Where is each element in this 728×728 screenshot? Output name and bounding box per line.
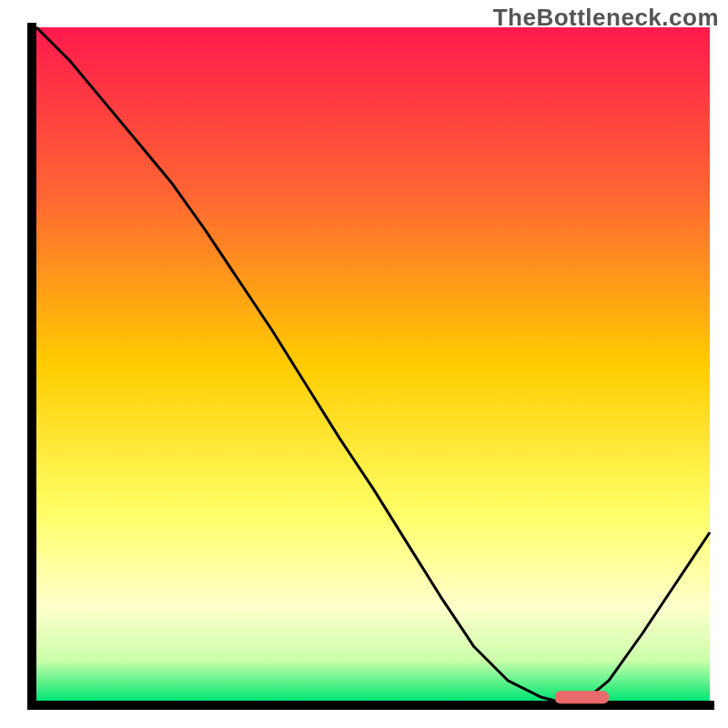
y-axis — [27, 23, 36, 710]
chart-container: TheBottleneck.com — [0, 0, 728, 728]
x-axis — [27, 701, 714, 710]
watermark-text: TheBottleneck.com — [493, 4, 719, 32]
optimal-range-marker — [555, 691, 609, 703]
plot-background — [36, 27, 710, 701]
bottleneck-chart — [0, 0, 728, 728]
